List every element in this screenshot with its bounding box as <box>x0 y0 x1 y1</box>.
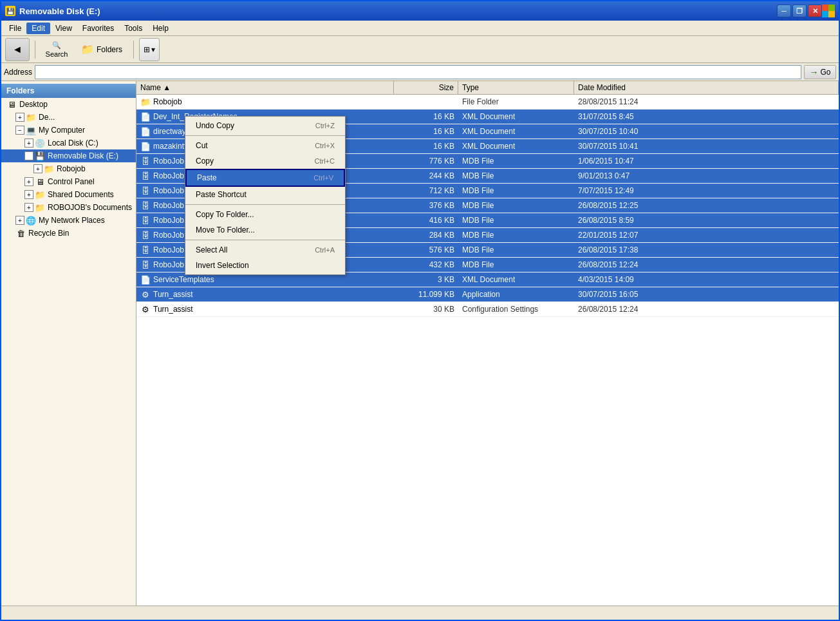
col-header-date[interactable]: Date Modified <box>574 81 839 94</box>
file-date-language: 26/08/2015 12:25 <box>574 199 839 212</box>
status-bar <box>1 606 839 620</box>
menu-paste[interactable]: Paste Ctrl+V <box>185 169 345 187</box>
menu-paste-shortcut[interactable]: Paste Shortcut <box>185 187 345 202</box>
file-name-turnassist-exe: Turn_assist <box>153 290 193 299</box>
col-header-name[interactable]: Name ▲ <box>136 81 394 94</box>
tree-item-robojobsdocs[interactable]: + 📁 ROBOJOB's Documents <box>1 201 136 214</box>
tree-label-controlpanel: Control Panel <box>48 177 95 186</box>
expander-controlpanel[interactable]: + <box>24 177 33 186</box>
back-button[interactable]: ◄ <box>5 38 30 61</box>
menu-undo-copy[interactable]: Undo Copy Ctrl+Z <box>185 118 345 133</box>
tree-item-mycomputer[interactable]: − 💻 My Computer <box>1 124 136 137</box>
file-type-workpiece: MDB File <box>458 258 574 271</box>
expander-mydocs[interactable]: + <box>15 113 24 122</box>
select-all-shortcut: Ctrl+A <box>315 246 335 254</box>
tree-label-shareddocs: Shared Documents <box>48 190 114 199</box>
go-label: Go <box>820 68 830 77</box>
file-date-workpiece: 26/08/2015 12:24 <box>574 258 839 271</box>
go-button[interactable]: → Go <box>804 65 836 79</box>
file-size-parameters: 416 KB <box>394 214 458 227</box>
views-button[interactable]: ⊞ ▾ <box>139 38 160 61</box>
file-icon-mazakintf: 📄 <box>140 141 151 151</box>
tree-item-localdisk[interactable]: + 💿 Local Disk (C:) <box>1 137 136 149</box>
tree-item-robojob[interactable]: + 📁 Robojob <box>1 162 136 175</box>
tree-item-recyclebin[interactable]: 🗑 Recycle Bin <box>1 227 136 240</box>
mydocs-icon: 📁 <box>26 112 36 122</box>
menu-copy[interactable]: Copy Ctrl+C <box>185 153 345 169</box>
folders-icon: 📁 <box>81 43 94 55</box>
tree-item-controlpanel[interactable]: + 🖥 Control Panel <box>1 175 136 188</box>
menu-select-all[interactable]: Select All Ctrl+A <box>185 242 345 258</box>
expander-localdisk[interactable]: + <box>24 139 33 148</box>
robojobsdocs-icon: 📁 <box>35 202 45 213</box>
file-size-dev-int: 16 KB <box>394 110 458 123</box>
expander-remdisk[interactable]: − <box>24 151 33 160</box>
toolbar-sep-2 <box>133 41 134 59</box>
menu-copy-to-folder[interactable]: Copy To Folder... <box>185 207 345 222</box>
file-icon-robojob: 📁 <box>140 97 151 107</box>
toolbar-sep-1 <box>35 41 35 59</box>
expander-shareddocs[interactable]: + <box>24 190 33 199</box>
search-button[interactable]: 🔍 Search <box>41 38 73 61</box>
close-button[interactable]: ✕ <box>808 5 822 17</box>
recyclebin-icon: 🗑 <box>15 228 26 238</box>
expander-mycomputer[interactable]: − <box>15 126 24 135</box>
remdisk-icon: 💾 <box>35 151 45 161</box>
file-size-workflow: 576 KB <box>394 244 458 256</box>
file-type-caliber: MDB File <box>458 155 574 167</box>
col-header-type[interactable]: Type <box>458 81 574 94</box>
file-icon-parameters: 🗄 <box>140 215 151 225</box>
menu-help[interactable]: Help <box>147 23 174 34</box>
menu-cut[interactable]: Cut Ctrl+X <box>185 138 345 153</box>
menu-tools[interactable]: Tools <box>119 23 147 34</box>
copy-label: Copy <box>196 157 315 166</box>
file-date-caliber: 1/06/2015 10:47 <box>574 155 839 167</box>
edit-dropdown-menu: Undo Copy Ctrl+Z Cut Ctrl+X Copy Ctrl+C … <box>185 116 346 275</box>
file-icon-language: 🗄 <box>140 200 151 211</box>
file-size-env: 244 KB <box>394 169 458 182</box>
mycomputer-icon: 💻 <box>26 125 36 135</box>
file-date-parameters: 26/08/2015 8:59 <box>574 214 839 227</box>
file-date-servicetemplates: 4/03/2015 14:09 <box>574 273 839 286</box>
file-row-turnassist-exe[interactable]: ⚙Turn_assist 11.099 KB Application 30/07… <box>136 287 839 302</box>
expander-networkplaces[interactable]: + <box>15 216 24 225</box>
minimize-button[interactable]: ─ <box>777 5 791 17</box>
menu-favorites[interactable]: Favorites <box>77 23 119 34</box>
file-type-language: MDB File <box>458 199 574 212</box>
file-icon-servicetemplates: 📄 <box>140 274 151 285</box>
file-row-robojob[interactable]: 📁Robojob File Folder 28/08/2015 11:24 <box>136 95 839 110</box>
tree-label-recyclebin: Recycle Bin <box>28 229 69 238</box>
menu-move-to-folder[interactable]: Move To Folder... <box>185 222 345 238</box>
tree-item-mydocs[interactable]: + 📁 De... <box>1 111 136 124</box>
window-title: Removable Disk (E:) <box>19 6 777 16</box>
file-icon-workpiece: 🗄 <box>140 260 151 270</box>
controlpanel-icon: 🖥 <box>35 177 45 187</box>
tree-item-remdisk[interactable]: − 💾 Removable Disk (E:) <box>1 149 136 162</box>
tree-item-desktop[interactable]: 🖥 Desktop <box>1 98 136 111</box>
shareddocs-icon: 📁 <box>35 189 45 200</box>
file-type-turnassist-exe: Application <box>458 288 574 301</box>
paste-shortcut-label: Paste Shortcut <box>196 190 335 199</box>
address-bar: Address → Go <box>1 63 839 81</box>
desktop-icon: 🖥 <box>6 99 17 110</box>
col-header-size[interactable]: Size <box>394 81 458 94</box>
search-label: Search <box>46 50 68 58</box>
menu-invert-selection[interactable]: Invert Selection <box>185 258 345 273</box>
file-icon-turnassist-exe: ⚙ <box>140 289 151 300</box>
address-label: Address <box>4 68 32 77</box>
folders-button[interactable]: 📁 Folders <box>75 38 128 61</box>
file-list: Name ▲ Size Type Date Modified 📁Robojob … <box>136 81 839 606</box>
menu-view[interactable]: View <box>50 23 77 34</box>
tree-item-shareddocs[interactable]: + 📁 Shared Documents <box>1 188 136 201</box>
window-icon: 💾 <box>5 6 15 16</box>
address-input[interactable] <box>35 65 801 79</box>
menu-sep-3 <box>185 240 345 240</box>
restore-button[interactable]: ❐ <box>792 5 807 17</box>
file-row-turnassist-cfg[interactable]: ⚙Turn_assist 30 KB Configuration Setting… <box>136 302 839 317</box>
expander-robojob[interactable]: + <box>33 164 42 173</box>
expander-robojobsdocs[interactable]: + <box>24 203 33 212</box>
file-type-servicetemplates: XML Document <box>458 273 574 286</box>
tree-item-networkplaces[interactable]: + 🌐 My Network Places <box>1 214 136 227</box>
menu-file[interactable]: File <box>4 23 26 34</box>
menu-edit[interactable]: Edit <box>26 23 50 34</box>
